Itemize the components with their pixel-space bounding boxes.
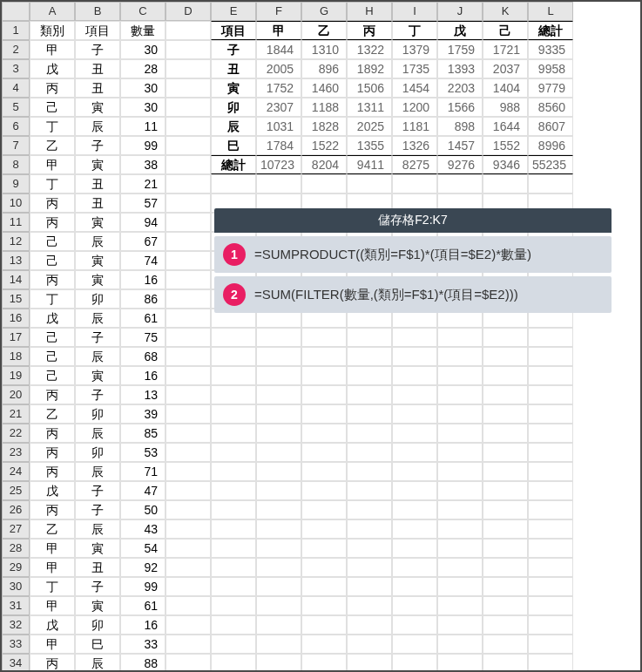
cell-B21[interactable]: 卯 xyxy=(75,404,120,424)
cell-G6[interactable]: 1828 xyxy=(301,117,347,136)
cell-A34[interactable]: 丙 xyxy=(30,654,75,672)
cell-F28[interactable] xyxy=(256,539,301,558)
cell-J31[interactable] xyxy=(437,596,483,615)
cell-C30[interactable]: 99 xyxy=(120,577,166,596)
cell-H5[interactable]: 1311 xyxy=(347,98,392,117)
cell-A18[interactable]: 己 xyxy=(30,347,75,366)
row-header-22[interactable]: 22 xyxy=(2,424,30,443)
cell-L29[interactable] xyxy=(528,558,573,577)
cell-J1[interactable]: 戊 xyxy=(437,21,483,40)
cell-J4[interactable]: 2203 xyxy=(437,78,483,98)
cell-G28[interactable] xyxy=(301,539,347,558)
cell-I2[interactable]: 1379 xyxy=(392,40,437,59)
cell-B2[interactable]: 子 xyxy=(75,40,120,59)
cell-L4[interactable]: 9779 xyxy=(528,78,573,98)
cell-A17[interactable]: 己 xyxy=(30,328,75,347)
cell-G5[interactable]: 1188 xyxy=(301,98,347,117)
cell-I19[interactable] xyxy=(392,366,437,385)
cell-G7[interactable]: 1522 xyxy=(301,136,347,155)
cell-K29[interactable] xyxy=(483,558,528,577)
cell-F18[interactable] xyxy=(256,347,301,366)
cell-K3[interactable]: 2037 xyxy=(483,59,528,78)
row-header-10[interactable]: 10 xyxy=(2,193,30,213)
cell-F7[interactable]: 1784 xyxy=(256,136,301,155)
cell-K7[interactable]: 1552 xyxy=(483,136,528,155)
cell-C6[interactable]: 11 xyxy=(120,117,166,136)
row-header-9[interactable]: 9 xyxy=(2,174,30,193)
cell-F9[interactable] xyxy=(256,174,301,193)
cell-I17[interactable] xyxy=(392,328,437,347)
cell-H4[interactable]: 1506 xyxy=(347,78,392,98)
cell-I20[interactable] xyxy=(392,385,437,404)
cell-H31[interactable] xyxy=(347,596,392,615)
cell-L24[interactable] xyxy=(528,462,573,481)
cell-K24[interactable] xyxy=(483,462,528,481)
cell-F29[interactable] xyxy=(256,558,301,577)
cell-G3[interactable]: 896 xyxy=(301,59,347,78)
cell-D10[interactable] xyxy=(166,193,211,213)
cell-L28[interactable] xyxy=(528,539,573,558)
cell-A11[interactable]: 丙 xyxy=(30,213,75,232)
row-header-12[interactable]: 12 xyxy=(2,232,30,251)
cell-D33[interactable] xyxy=(166,635,211,654)
cell-E27[interactable] xyxy=(211,519,256,539)
cell-G22[interactable] xyxy=(301,424,347,443)
cell-B32[interactable]: 卯 xyxy=(75,615,120,635)
cell-J8[interactable]: 9276 xyxy=(437,155,483,174)
cell-D8[interactable] xyxy=(166,155,211,174)
cell-J21[interactable] xyxy=(437,404,483,424)
cell-L17[interactable] xyxy=(528,328,573,347)
cell-B24[interactable]: 辰 xyxy=(75,462,120,481)
cell-A5[interactable]: 己 xyxy=(30,98,75,117)
cell-D28[interactable] xyxy=(166,539,211,558)
row-header-6[interactable]: 6 xyxy=(2,117,30,136)
cell-G33[interactable] xyxy=(301,635,347,654)
cell-B11[interactable]: 寅 xyxy=(75,213,120,232)
cell-I23[interactable] xyxy=(392,443,437,462)
cell-I27[interactable] xyxy=(392,519,437,539)
cell-H23[interactable] xyxy=(347,443,392,462)
cell-F5[interactable]: 2307 xyxy=(256,98,301,117)
cell-E21[interactable] xyxy=(211,404,256,424)
cell-D25[interactable] xyxy=(166,481,211,500)
cell-E19[interactable] xyxy=(211,366,256,385)
cell-C1[interactable]: 數量 xyxy=(120,21,166,40)
cell-H7[interactable]: 1355 xyxy=(347,136,392,155)
cell-A7[interactable]: 乙 xyxy=(30,136,75,155)
cell-A22[interactable]: 丙 xyxy=(30,424,75,443)
cell-A25[interactable]: 戊 xyxy=(30,481,75,500)
cell-B8[interactable]: 寅 xyxy=(75,155,120,174)
cell-J26[interactable] xyxy=(437,500,483,519)
row-header-14[interactable]: 14 xyxy=(2,270,30,289)
cell-J3[interactable]: 1393 xyxy=(437,59,483,78)
cell-D15[interactable] xyxy=(166,289,211,309)
cell-D12[interactable] xyxy=(166,232,211,251)
cell-D27[interactable] xyxy=(166,519,211,539)
cell-G9[interactable] xyxy=(301,174,347,193)
cell-E25[interactable] xyxy=(211,481,256,500)
cell-B20[interactable]: 子 xyxy=(75,385,120,404)
row-header-34[interactable]: 34 xyxy=(2,654,30,672)
cell-A1[interactable]: 類別 xyxy=(30,21,75,40)
cell-B1[interactable]: 項目 xyxy=(75,21,120,40)
cell-A10[interactable]: 丙 xyxy=(30,193,75,213)
cell-A8[interactable]: 甲 xyxy=(30,155,75,174)
cell-H34[interactable] xyxy=(347,654,392,672)
row-header-29[interactable]: 29 xyxy=(2,558,30,577)
cell-C28[interactable]: 54 xyxy=(120,539,166,558)
cell-J25[interactable] xyxy=(437,481,483,500)
cell-D17[interactable] xyxy=(166,328,211,347)
cell-F30[interactable] xyxy=(256,577,301,596)
cell-B18[interactable]: 辰 xyxy=(75,347,120,366)
cell-F27[interactable] xyxy=(256,519,301,539)
cell-J20[interactable] xyxy=(437,385,483,404)
cell-B14[interactable]: 寅 xyxy=(75,270,120,289)
row-header-2[interactable]: 2 xyxy=(2,40,30,59)
cell-I5[interactable]: 1200 xyxy=(392,98,437,117)
cell-D16[interactable] xyxy=(166,309,211,328)
cell-E26[interactable] xyxy=(211,500,256,519)
cell-B6[interactable]: 辰 xyxy=(75,117,120,136)
cell-C18[interactable]: 68 xyxy=(120,347,166,366)
cell-L6[interactable]: 8607 xyxy=(528,117,573,136)
cell-B7[interactable]: 子 xyxy=(75,136,120,155)
